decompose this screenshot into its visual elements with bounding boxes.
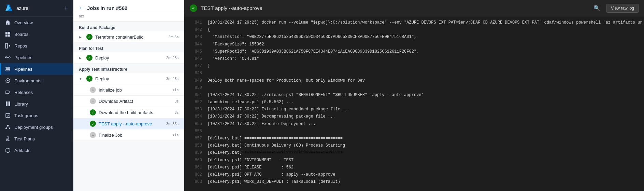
log-line-text: [delivery.bat] =========================… xyxy=(207,150,343,156)
svg-rect-2 xyxy=(5,35,8,37)
job-finalize[interactable]: ○ Finalize Job <1s xyxy=(73,129,184,141)
status-success-icon: ✓ xyxy=(90,109,96,115)
library-label: Library xyxy=(14,101,28,107)
log-line-number: 854 xyxy=(190,113,202,120)
log-line-text: { xyxy=(207,27,210,33)
log-line-number: 844 xyxy=(190,41,202,48)
taskgroups-label: Task groups xyxy=(14,113,38,118)
job-init-time: <1s xyxy=(172,88,178,92)
environments-icon xyxy=(5,78,11,84)
pipeline-sub-icon xyxy=(5,66,11,72)
boards-icon xyxy=(5,31,11,37)
svg-line-20 xyxy=(6,127,8,128)
sidebar-item-boards[interactable]: Boards xyxy=(0,28,73,40)
pipelines-header-label: Pipelines xyxy=(14,55,32,60)
log-line-number: 846 xyxy=(190,56,202,62)
taskgroups-icon xyxy=(5,112,11,119)
svg-point-12 xyxy=(7,80,9,81)
log-line-number: 853 xyxy=(190,106,202,113)
log-line: 852Launching release.ps1 (0.5.562) ... xyxy=(184,99,644,106)
job-terraform-time: 2m 6s xyxy=(168,35,178,39)
overview-label: Overview xyxy=(14,20,33,25)
sidebar-item-pipelines-header[interactable]: Pipelines xyxy=(0,52,73,63)
job-test-apply-name: TEST apply --auto-approve xyxy=(99,121,163,126)
log-line-text: [10/31/2024 17:30:22] Decompressing pack… xyxy=(207,113,335,120)
sidebar-item-overview[interactable]: Overview xyxy=(0,17,73,28)
job-init[interactable]: ○ Initialize job <1s xyxy=(73,84,184,96)
log-line: 855[10/31/2024 17:30:22] Execute Deploym… xyxy=(184,121,644,128)
sidebar-item-artifacts[interactable]: Artifacts xyxy=(0,145,73,156)
home-icon xyxy=(5,19,11,26)
azure-logo xyxy=(4,3,14,13)
log-line-text: [10/31/2024 17:30:22] ./release.ps1 "$EN… xyxy=(207,92,424,98)
back-button[interactable]: ← xyxy=(79,5,84,11)
sidebar-item-environments[interactable]: Environments xyxy=(0,75,73,86)
status-skip-icon: ○ xyxy=(90,132,96,138)
view-raw-log-button[interactable]: View raw log xyxy=(606,4,639,13)
sidebar-item-releases[interactable]: Releases xyxy=(0,86,73,98)
deploygroups-label: Deployment groups xyxy=(14,125,53,130)
sidebar-item-repos[interactable]: Repos xyxy=(0,40,73,52)
job-finalize-time: <1s xyxy=(172,133,178,137)
svg-rect-14 xyxy=(8,101,9,106)
repos-label: Repos xyxy=(14,43,27,49)
pipelines-label: Pipelines xyxy=(14,67,32,72)
log-line-text: "PackageSize": 155962, xyxy=(207,41,267,48)
job-test-apply[interactable]: ✓ TEST apply --auto-approve 3m 35s xyxy=(73,118,184,129)
artifacts-icon xyxy=(5,147,11,153)
job-deploy-apply[interactable]: ▼ ✓ Deploy 3m 43s xyxy=(73,73,184,84)
sidebar-item-deploygroups[interactable]: Deployment groups xyxy=(0,121,73,133)
add-button[interactable]: + xyxy=(62,5,69,12)
log-line: 850 xyxy=(184,84,644,92)
svg-point-5 xyxy=(5,57,7,58)
log-line-text: "SuperRootId": "AD63D1939A033B8621A750FC… xyxy=(207,49,419,55)
svg-point-17 xyxy=(7,125,9,127)
job-download-build[interactable]: ✓ Download the build artifacts 3s xyxy=(73,107,184,118)
status-skip-icon: ○ xyxy=(90,87,96,93)
svg-rect-10 xyxy=(6,70,10,71)
log-line-number: 863 xyxy=(190,179,202,185)
log-line-text: Deploy both name-spaces for Production, … xyxy=(207,78,365,84)
log-status-icon: ✓ xyxy=(190,4,197,12)
expand-icon[interactable]: ▶ xyxy=(79,56,84,60)
job-download-artifact[interactable]: ○ Download Artifact 3s xyxy=(73,96,184,107)
sidebar-item-pipelines[interactable]: Pipelines xyxy=(0,63,73,75)
jobs-title: Jobs in run #562 xyxy=(87,5,127,11)
jobs-panel: ← Jobs in run #562 azt Build and Package… xyxy=(73,0,184,191)
log-line-number: 849 xyxy=(190,78,202,84)
sidebar-item-library[interactable]: Library xyxy=(0,98,73,110)
log-line-text: Launching release.ps1 (0.5.562) ... xyxy=(207,99,294,106)
job-deploy-plan[interactable]: ▶ ✓ Deploy 2m 28s xyxy=(73,52,184,64)
jobs-header: ← Jobs in run #562 xyxy=(73,0,184,13)
log-content[interactable]: 841[10/31/2024 17:29:25] docker run --vo… xyxy=(184,16,644,191)
log-line: 849Deploy both name-spaces for Productio… xyxy=(184,77,644,84)
app-name: azure xyxy=(16,5,60,11)
search-icon[interactable]: 🔍 xyxy=(591,3,603,13)
log-line-number: 848 xyxy=(190,70,202,77)
collapse-icon[interactable]: ▼ xyxy=(79,77,84,81)
log-line-text: [10/31/2024 17:30:22] Execute Deployment… xyxy=(207,121,316,127)
log-line: 854[10/31/2024 17:30:22] Decompressing p… xyxy=(184,113,644,120)
jobs-subtitle: azt xyxy=(73,13,184,22)
log-line-number: 861 xyxy=(190,164,202,171)
artifacts-label: Artifacts xyxy=(14,148,30,153)
sidebar-header: azure + xyxy=(0,0,73,17)
log-line: 857[delivery.bat] ======================… xyxy=(184,135,644,142)
boards-label: Boards xyxy=(14,32,28,37)
svg-rect-15 xyxy=(9,101,10,106)
job-terraform[interactable]: ▶ ✓ Terraform containerBuild 2m 6s xyxy=(73,31,184,43)
sidebar-item-taskgroups[interactable]: Task groups xyxy=(0,110,73,121)
log-line-number: 841 xyxy=(190,19,202,26)
sidebar-item-testplans[interactable]: Test Plans xyxy=(0,133,73,145)
log-line-number: 862 xyxy=(190,172,202,178)
status-skip-icon: ○ xyxy=(90,98,96,104)
job-deploy-apply-time: 3m 43s xyxy=(166,77,178,81)
expand-icon[interactable]: ▶ xyxy=(79,35,84,39)
svg-point-19 xyxy=(9,128,10,129)
log-line-text: [10/31/2024 17:30:22] Extracting embedde… xyxy=(207,106,350,113)
job-download-build-time: 3s xyxy=(174,110,178,114)
status-success-icon: ✓ xyxy=(86,76,92,82)
job-test-apply-time: 3m 35s xyxy=(166,122,178,126)
svg-rect-13 xyxy=(6,101,7,106)
log-line-text: [delivery.ps1] OPT_ARG : apply --auto-ap… xyxy=(207,172,335,178)
